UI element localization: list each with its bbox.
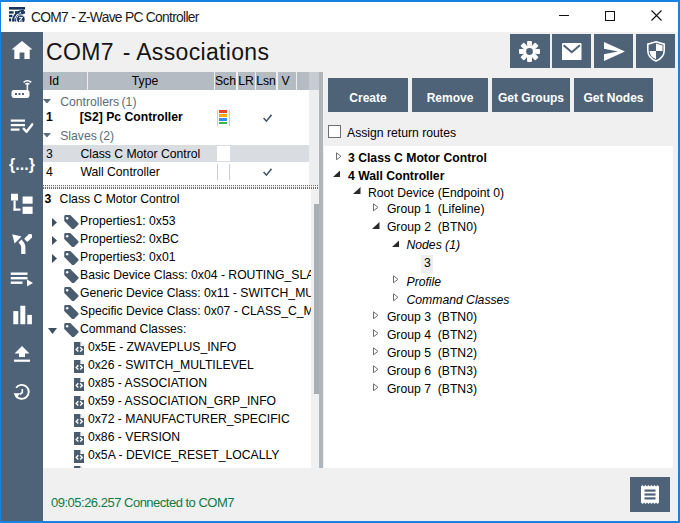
svg-text:{...}: {...} xyxy=(9,156,35,173)
